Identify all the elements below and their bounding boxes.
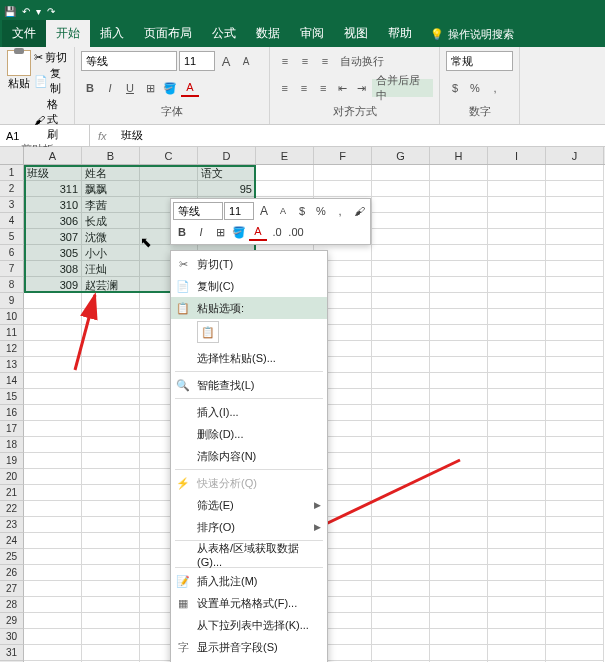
bold-button[interactable]: B	[81, 79, 99, 97]
select-all-corner[interactable]	[0, 147, 24, 164]
cell[interactable]	[488, 389, 546, 405]
mini-percent[interactable]: %	[312, 202, 330, 220]
cell[interactable]	[82, 405, 140, 421]
cell[interactable]	[430, 453, 488, 469]
cell[interactable]	[24, 597, 82, 613]
cell[interactable]	[430, 533, 488, 549]
cell[interactable]	[82, 341, 140, 357]
cell[interactable]	[546, 389, 604, 405]
cell[interactable]	[372, 357, 430, 373]
border-button[interactable]: ⊞	[141, 79, 159, 97]
cell[interactable]	[82, 517, 140, 533]
cell[interactable]	[430, 501, 488, 517]
cell[interactable]	[546, 485, 604, 501]
cell[interactable]	[488, 245, 546, 261]
ctx-cut[interactable]: ✂剪切(T)	[171, 253, 327, 275]
cell[interactable]	[546, 181, 604, 197]
cell[interactable]	[82, 421, 140, 437]
cell[interactable]	[430, 613, 488, 629]
cell[interactable]	[372, 229, 430, 245]
ctx-sort[interactable]: 排序(O)▶	[171, 516, 327, 538]
cell[interactable]	[24, 613, 82, 629]
ctx-show-pinyin[interactable]: 字显示拼音字段(S)	[171, 636, 327, 658]
redo-icon[interactable]: ↷	[47, 6, 55, 17]
font-name-combo[interactable]: 等线	[81, 51, 177, 71]
cell[interactable]: 309	[24, 277, 82, 293]
cell[interactable]	[372, 581, 430, 597]
col-header[interactable]: A	[24, 147, 82, 164]
cell[interactable]	[430, 165, 488, 181]
cell[interactable]	[488, 485, 546, 501]
cell[interactable]	[430, 565, 488, 581]
cell[interactable]	[546, 357, 604, 373]
ctx-clear[interactable]: 清除内容(N)	[171, 445, 327, 467]
mini-fill[interactable]: 🪣	[230, 223, 248, 241]
row-header[interactable]: 10	[0, 309, 24, 325]
cell[interactable]	[372, 421, 430, 437]
cell[interactable]	[488, 357, 546, 373]
ctx-paste-special[interactable]: 选择性粘贴(S)...	[171, 347, 327, 369]
col-header[interactable]: F	[314, 147, 372, 164]
cell[interactable]	[430, 245, 488, 261]
cell[interactable]	[488, 325, 546, 341]
cell[interactable]	[488, 405, 546, 421]
cell[interactable]	[430, 261, 488, 277]
cell[interactable]	[24, 405, 82, 421]
cell[interactable]	[24, 389, 82, 405]
cell[interactable]	[488, 565, 546, 581]
row-header[interactable]: 2	[0, 181, 24, 197]
cell[interactable]	[546, 373, 604, 389]
cell[interactable]	[488, 533, 546, 549]
mini-format-painter[interactable]: 🖌	[350, 202, 368, 220]
cell[interactable]	[24, 517, 82, 533]
cell[interactable]	[82, 597, 140, 613]
cell[interactable]	[24, 565, 82, 581]
cell[interactable]	[488, 213, 546, 229]
ctx-insert-comment[interactable]: 📝插入批注(M)	[171, 570, 327, 592]
cell[interactable]	[546, 165, 604, 181]
row-header[interactable]: 20	[0, 469, 24, 485]
cell[interactable]	[546, 629, 604, 645]
cell[interactable]	[488, 421, 546, 437]
cell[interactable]	[24, 501, 82, 517]
cell[interactable]	[24, 373, 82, 389]
cell[interactable]	[372, 261, 430, 277]
currency-button[interactable]: $	[446, 79, 464, 97]
row-header[interactable]: 1	[0, 165, 24, 181]
cell[interactable]	[372, 245, 430, 261]
cell[interactable]	[488, 261, 546, 277]
cell[interactable]	[430, 645, 488, 661]
col-header[interactable]: J	[546, 147, 604, 164]
row-header[interactable]: 26	[0, 565, 24, 581]
cell[interactable]	[488, 437, 546, 453]
row-header[interactable]: 19	[0, 453, 24, 469]
ctx-get-data[interactable]: 从表格/区域获取数据(G)...	[171, 543, 327, 565]
mini-border[interactable]: ⊞	[211, 223, 229, 241]
format-painter-button[interactable]: 🖌格式刷	[34, 97, 69, 142]
cell[interactable]	[372, 533, 430, 549]
cell[interactable]: 310	[24, 197, 82, 213]
save-icon[interactable]: 💾	[4, 6, 16, 17]
align-center-button[interactable]: ≡	[295, 79, 312, 97]
fill-color-button[interactable]: 🪣	[161, 79, 179, 97]
tab-insert[interactable]: 插入	[90, 20, 134, 47]
row-header[interactable]: 31	[0, 645, 24, 661]
cell[interactable]	[546, 549, 604, 565]
cell[interactable]	[546, 437, 604, 453]
cell[interactable]	[488, 165, 546, 181]
cell[interactable]	[82, 325, 140, 341]
row-header[interactable]: 29	[0, 613, 24, 629]
mini-italic[interactable]: I	[192, 223, 210, 241]
cell[interactable]	[430, 277, 488, 293]
cell[interactable]	[256, 165, 314, 181]
cell[interactable]	[82, 309, 140, 325]
cell[interactable]	[372, 197, 430, 213]
cell[interactable]	[82, 437, 140, 453]
mini-dec-font[interactable]: A	[274, 202, 292, 220]
row-header[interactable]: 28	[0, 597, 24, 613]
cell[interactable]	[430, 437, 488, 453]
row-header[interactable]: 7	[0, 261, 24, 277]
cell[interactable]	[488, 613, 546, 629]
cell[interactable]	[488, 501, 546, 517]
row-header[interactable]: 27	[0, 581, 24, 597]
